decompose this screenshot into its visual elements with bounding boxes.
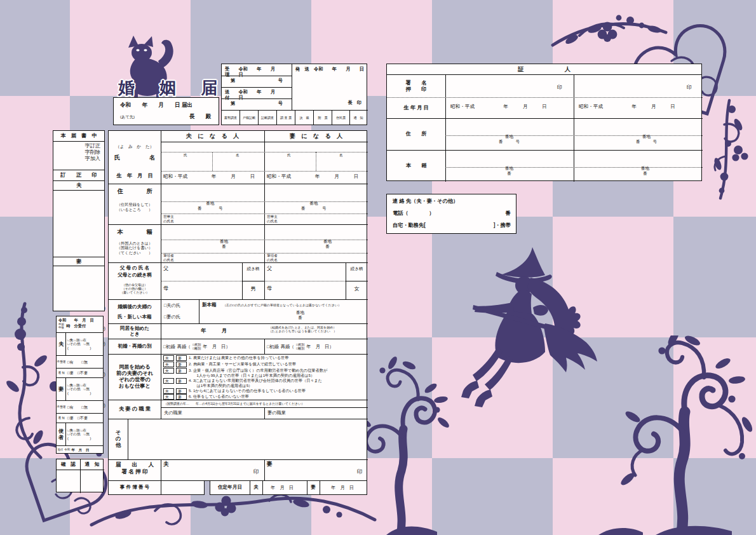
stamp-cell-resident-card[interactable]: 住民票 [332,110,350,125]
reception-time[interactable]: 時 分受付 [66,323,86,328]
stamp-cell-notify[interactable]: 通 知 [350,110,367,125]
wife-father-label[interactable]: 父 [267,266,272,272]
receipt-number-row[interactable]: 第号 [231,78,283,83]
contact-phone-row[interactable]: 電話（ ）番 [393,210,511,217]
husband-birth-field[interactable]: 昭和・平成 年 月 日 [163,173,262,180]
correction-item-add[interactable]: 字加入 [53,156,100,162]
work-item-row-5[interactable]: 夫 妻 5. 1から4にあてはまらないその他の仕事をしている者のいる世帯 [163,388,367,394]
other-field[interactable] [128,419,368,459]
wife-work-checkbox[interactable]: 妻 [176,368,187,374]
reception-husband-id2[interactable]: □その他 □無 [67,342,91,346]
chief-seal-field[interactable]: 長 印 [348,100,361,105]
reception-wife-tsuchi[interactable]: □要 □不要 [66,416,88,421]
husband-mother-label[interactable]: 母 [163,285,168,292]
wife-work-checkbox[interactable]: 妻 [176,394,187,400]
stamp-cell-approval[interactable]: 決 裁 [295,110,314,125]
work-item-row-3[interactable]: 夫 妻 3. 企業・個人商店等（官公庁は除く）の常用勤労者世帯で勤め先の従業者数… [163,368,367,377]
work-item-row-4[interactable]: 夫 妻 4. 3にあてはまらない常用勤労者世帯及び会社団体の役員の世帯（日々また… [163,378,367,388]
wife-hittosha[interactable]: 筆頭者 の氏名 [267,254,278,262]
work-item-row-6[interactable]: 夫 妻 6. 仕事をしている者のいない世帯 [163,394,367,400]
stamp-cell-koseki-entry[interactable]: 戸籍記載 [240,110,259,125]
reception-date[interactable]: 令和 年 月 日 [58,318,101,323]
reception-messenger-id1[interactable]: □免 □旅 □在 [67,428,91,433]
reception-husband-fujuri[interactable]: □有 □無 [66,360,88,365]
witness2-seal[interactable]: 印 [687,85,692,91]
witness1-birth-field[interactable]: 昭和・平成 年 月 日 [450,104,571,110]
wife-domicile-banchi[interactable]: 番地 番 [323,239,332,249]
wife-work-checkbox[interactable]: 妻 [176,378,187,384]
wife-name-field[interactable] [264,152,368,171]
receipt-dispatch-row[interactable]: 発 送令和 年 月 日 [295,66,364,72]
wife-birth-field[interactable]: 昭和・平成 年 月 日 [267,173,366,180]
shin-honseki-banchi[interactable]: 番地 番 [296,310,304,320]
declarant-husband-seal[interactable]: 印 [253,468,259,475]
husband-surname-checkbox[interactable]: □夫の氏 [164,302,180,308]
witness1-seal[interactable]: 印 [557,85,562,91]
husband-domicile-banchi[interactable]: 番地 番 [220,239,228,249]
husband-work-checkbox[interactable]: 夫 [163,368,174,374]
husband-father-label[interactable]: 父 [163,266,168,272]
husband-address-banchi[interactable]: 番地 番 号 [198,201,223,211]
husband-work-checkbox[interactable]: 夫 [163,355,174,361]
witness1-address-banchi[interactable]: 番地 番 号 [499,134,520,144]
contact-home-row[interactable]: 自宅・勤務先[]・携帯 [393,222,511,229]
notify-cell[interactable] [80,470,104,493]
husband-work-checkbox[interactable]: 夫 [163,362,174,367]
wife-address-banchi[interactable]: 番地 番 号 [301,201,327,211]
case-number-field[interactable] [161,481,204,494]
correction-wife-seal-area[interactable] [53,266,104,310]
reception-wife-id1[interactable]: □免 □旅 □在 [67,383,91,388]
husband-name-field[interactable] [161,152,264,171]
husband-work-checkbox[interactable]: 夫 [163,388,174,394]
reception-wife-id3[interactable]: ( ) [67,391,91,396]
reception-wife-fujuri[interactable]: □有 □無 [66,405,88,410]
wife-work-checkbox[interactable]: 妻 [176,362,187,367]
declarant-wife-sign-field[interactable] [267,468,353,480]
stamp-cell-entry-check[interactable]: 記載調査 [259,110,277,125]
confirm-cell[interactable] [57,470,80,493]
husband-work-checkbox[interactable]: 夫 [163,378,174,384]
reception-husband-id1[interactable]: □免 □旅 □在 [67,338,91,342]
wife-marriage-type[interactable]: □初婚 再婚（ □死別 □離別 年 月 日） [267,340,367,353]
correction-husband-seal-area[interactable] [53,191,104,257]
wife-work-checkbox[interactable]: 妻 [176,355,187,361]
reception-husband-id3[interactable]: ( ) [67,346,91,351]
stamp-cell-document-check[interactable]: 書類調査 [222,110,240,125]
wife-setainushi[interactable]: 世帯主 の氏名 [267,215,278,223]
wife-mother-label[interactable]: 母 [267,285,272,292]
stamp-cell-fuhyo[interactable]: 附 票 [314,110,332,125]
stamp-cell-survey-slip[interactable]: 調 査 票 [277,110,295,125]
husband-marriage-type[interactable]: □初婚 再婚（ □死別 □離別 年 月 日） [163,340,263,353]
reception-messenger-id3[interactable]: ( ) [67,437,91,441]
husband-setainushi[interactable]: 世帯主 の氏名 [163,215,174,223]
work-item-row-1[interactable]: 夫 妻 1. 農業だけまたは農業とその他の仕事を持っている世帯 [163,355,367,361]
reception-sofu-row[interactable]: 送付 令和 年 月 日 [57,445,103,454]
jutei-wife-date-field[interactable]: 年 月 日 [331,485,354,491]
witness2-domicile-banchi[interactable]: 番地 番 [641,166,649,176]
correction-item-revise[interactable]: 字訂正 [53,143,100,149]
husband-occupation-field[interactable]: 夫の職業 [164,410,182,416]
receipt-accept-row[interactable]: 受 理令和 年 月 日 [225,66,288,78]
husband-hittosha[interactable]: 筆頭者 の氏名 [163,254,174,262]
reception-husband-tsuchi[interactable]: □要 □不要 [66,370,88,376]
reception-messenger-id2[interactable]: □その他 □無 [67,432,91,437]
wife-surname-checkbox[interactable]: □妻の氏 [164,314,180,320]
wife-work-checkbox[interactable]: 妻 [176,388,187,394]
witness2-address-banchi[interactable]: 番地 番 号 [636,134,657,144]
declarant-wife-seal[interactable]: 印 [357,468,363,475]
wife-occupation-field[interactable]: 妻の職業 [267,410,286,416]
receipt-forward-number-row[interactable]: 第号 [231,100,283,106]
witness2-birth-field[interactable]: 昭和・平成 年 月 日 [579,104,699,110]
work-item-row-2[interactable]: 夫 妻 2. 自由業・商工業・サービス業等を個人で経営している世帯 [163,362,367,367]
addressee-field[interactable]: 長 殿 [189,113,211,120]
submit-date-line[interactable]: 令和 年 月 日 届出 [120,102,192,109]
reception-wife-id2[interactable]: □その他 □無 [67,387,91,391]
cohabit-ym-field[interactable]: 年 月 [201,328,227,334]
cohabit-label: 同居を始めた とき [109,323,161,339]
jutei-husband-date-field[interactable]: 年 月 日 [271,485,294,491]
correction-item-delete[interactable]: 字削除 [53,149,100,156]
declarant-husband-sign-field[interactable] [163,468,249,480]
witness1-domicile-banchi[interactable]: 番地 番 [505,166,513,176]
receipt-forward-row[interactable]: 送 付令和 年 月 日 [225,89,288,100]
husband-work-checkbox[interactable]: 夫 [163,394,174,400]
